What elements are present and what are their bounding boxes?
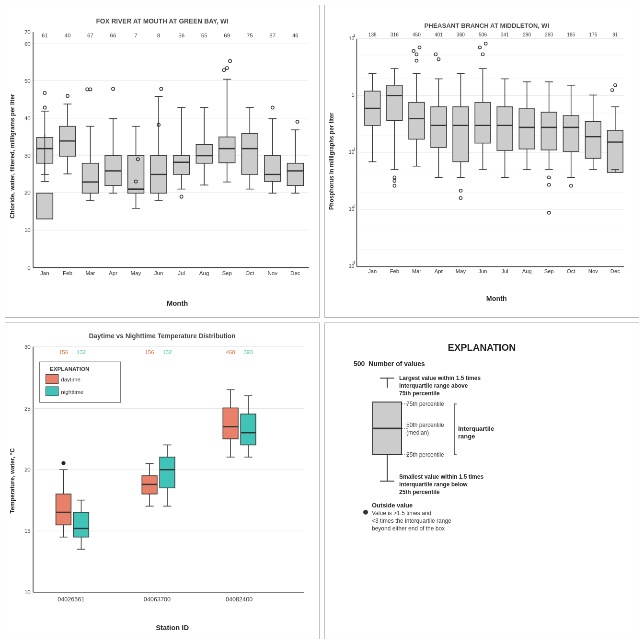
svg-text:daytime: daytime bbox=[61, 376, 80, 382]
boxplot-jul bbox=[173, 108, 190, 198]
svg-text:290: 290 bbox=[523, 32, 531, 37]
svg-text:May: May bbox=[456, 268, 466, 274]
svg-rect-317 bbox=[160, 457, 175, 488]
svg-text:-1: -1 bbox=[352, 147, 356, 151]
svg-rect-235 bbox=[519, 109, 535, 149]
svg-text:132: 132 bbox=[162, 349, 172, 355]
log-boxplot-oct bbox=[563, 85, 579, 187]
svg-point-247 bbox=[548, 176, 551, 179]
svg-rect-229 bbox=[497, 107, 513, 150]
chart1-xlabel: Month bbox=[167, 299, 188, 307]
svg-rect-125 bbox=[287, 163, 303, 185]
svg-rect-257 bbox=[585, 122, 601, 159]
chart2-xlabel: Month bbox=[486, 295, 507, 302]
svg-rect-185 bbox=[387, 85, 402, 121]
svg-rect-263 bbox=[608, 130, 623, 172]
svg-point-203 bbox=[415, 59, 418, 62]
svg-text:260: 260 bbox=[545, 32, 553, 37]
svg-point-66 bbox=[86, 88, 89, 91]
chart1-title: FOX RIVER AT MOUTH AT GREEN BAY, WI bbox=[96, 18, 228, 25]
svg-point-191 bbox=[393, 176, 396, 179]
svg-point-304 bbox=[62, 461, 65, 465]
svg-text:46: 46 bbox=[292, 32, 299, 38]
log-boxplot-nov bbox=[585, 95, 601, 170]
boxplot-04082400-night bbox=[241, 396, 256, 457]
svg-text:Sep: Sep bbox=[544, 268, 554, 274]
svg-point-193 bbox=[393, 184, 396, 187]
explanation-diagram: Largest value within 1.5 times interquar… bbox=[354, 373, 536, 546]
svg-point-110 bbox=[222, 69, 225, 71]
explanation-title: EXPLANATION bbox=[354, 342, 610, 353]
svg-text:Nov: Nov bbox=[267, 270, 277, 276]
svg-text:15: 15 bbox=[24, 528, 31, 534]
boxplot-sep bbox=[219, 59, 235, 182]
boxplot-04026561-night bbox=[74, 500, 89, 549]
svg-point-218 bbox=[459, 189, 462, 192]
svg-text:75: 75 bbox=[247, 32, 253, 38]
count-row: 500 Number of values bbox=[354, 360, 610, 368]
svg-text:04082400: 04082400 bbox=[226, 596, 253, 603]
svg-point-65 bbox=[89, 88, 92, 91]
svg-point-124 bbox=[271, 106, 274, 109]
count-desc: Number of values bbox=[368, 360, 425, 368]
svg-text:04026561: 04026561 bbox=[58, 596, 84, 603]
svg-text:Apr: Apr bbox=[109, 270, 117, 276]
svg-rect-296 bbox=[46, 387, 58, 396]
svg-point-210 bbox=[437, 58, 440, 61]
log-boxplot-aug bbox=[519, 82, 535, 170]
boxplot-04026561-day bbox=[56, 461, 71, 537]
svg-rect-250 bbox=[563, 115, 579, 151]
svg-rect-118 bbox=[264, 156, 281, 182]
boxplot-04063700-day bbox=[142, 464, 157, 506]
boxplot-apr bbox=[105, 87, 121, 193]
svg-point-96 bbox=[180, 195, 183, 198]
svg-text:May: May bbox=[131, 270, 141, 276]
svg-text:beyond either end of the box: beyond either end of the box bbox=[372, 525, 445, 532]
svg-rect-220 bbox=[475, 103, 491, 143]
svg-rect-298 bbox=[56, 494, 71, 525]
svg-point-227 bbox=[478, 46, 481, 49]
svg-text:Mar: Mar bbox=[412, 268, 422, 274]
svg-point-200 bbox=[412, 49, 415, 52]
svg-text:<3 times the interquartile ran: <3 times the interquartile range bbox=[372, 518, 451, 524]
svg-text:Dec: Dec bbox=[290, 270, 300, 276]
svg-text:50th percentile: 50th percentile bbox=[406, 422, 444, 428]
svg-text:Apr: Apr bbox=[435, 268, 443, 274]
log-boxplot-mar bbox=[409, 46, 425, 166]
svg-text:Oct: Oct bbox=[245, 270, 254, 276]
svg-text:Value is >1.5 times and: Value is >1.5 times and bbox=[372, 510, 431, 517]
boxplot-feb bbox=[59, 94, 76, 174]
chart3-xlabel: Station ID bbox=[156, 624, 189, 632]
svg-text:393: 393 bbox=[243, 349, 253, 355]
svg-text:70: 70 bbox=[24, 29, 31, 35]
svg-text:20: 20 bbox=[24, 466, 31, 472]
svg-text:87: 87 bbox=[269, 32, 276, 38]
svg-text:55: 55 bbox=[201, 32, 207, 38]
svg-text:-2: -2 bbox=[352, 204, 356, 208]
chart3-panel: Daytime vs Nighttime Temperature Distrib… bbox=[5, 322, 320, 639]
svg-text:10: 10 bbox=[24, 589, 31, 595]
svg-rect-43 bbox=[37, 193, 53, 219]
log-boxplot-feb bbox=[387, 69, 402, 187]
svg-rect-97 bbox=[196, 145, 212, 163]
svg-point-51 bbox=[43, 106, 46, 109]
svg-rect-194 bbox=[409, 103, 425, 139]
chart3-title: Daytime vs Nighttime Temperature Distrib… bbox=[89, 333, 235, 340]
svg-point-73 bbox=[112, 87, 115, 90]
chart1-panel: FOX RIVER AT MOUTH AT GREEN BAY, WI Chlo… bbox=[5, 5, 320, 318]
svg-text:Jul: Jul bbox=[501, 268, 508, 274]
svg-text:Jun: Jun bbox=[154, 270, 163, 276]
svg-text:316: 316 bbox=[391, 32, 399, 37]
svg-point-249 bbox=[548, 211, 551, 214]
svg-text:Aug: Aug bbox=[199, 270, 209, 276]
log-boxplot-jul bbox=[497, 79, 513, 178]
svg-text:Smallest value within 1.5 time: Smallest value within 1.5 times bbox=[399, 473, 483, 480]
svg-rect-204 bbox=[431, 107, 447, 148]
svg-point-359 bbox=[363, 510, 368, 515]
svg-text:04063700: 04063700 bbox=[144, 596, 171, 603]
svg-point-226 bbox=[481, 53, 484, 56]
boxplot-mar bbox=[82, 88, 99, 201]
chart2-title: PHEASANT BRANCH AT MIDDLETON, WI bbox=[424, 22, 549, 29]
log-boxplot-jan bbox=[365, 73, 380, 161]
svg-text:1: 1 bbox=[352, 92, 355, 98]
